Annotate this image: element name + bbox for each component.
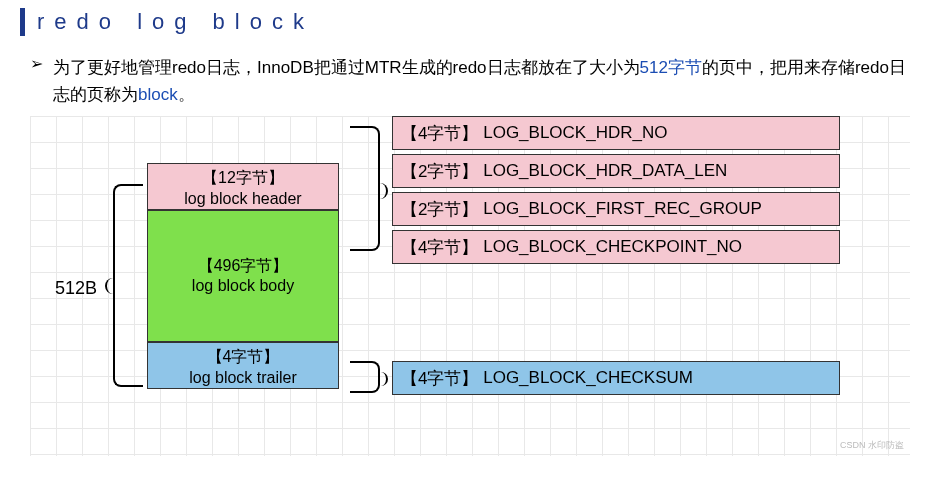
- right-brace-trailer: [350, 361, 380, 393]
- cksum-size: 【4字节】: [401, 367, 478, 390]
- left-brace: [113, 184, 143, 387]
- trailer-name: log block trailer: [150, 368, 336, 389]
- label-512b: 512B: [55, 278, 97, 299]
- f0-size: 【4字节】: [401, 122, 478, 145]
- field-checkpoint-no: 【4字节】 LOG_BLOCK_CHECKPOINT_NO: [392, 230, 840, 264]
- cksum-name: LOG_BLOCK_CHECKSUM: [483, 368, 693, 388]
- content-area: ➢ 为了更好地管理redo日志，InnoDB把通过MTR生成的redo日志都放在…: [0, 44, 939, 456]
- desc-kw-block: block: [138, 85, 178, 104]
- f0-name: LOG_BLOCK_HDR_NO: [483, 123, 667, 143]
- header-size: 【12字节】: [150, 168, 336, 189]
- diagram: 512B 【12字节】 log block header 【496字节】 log…: [30, 116, 910, 456]
- desc-kw-512: 512字节: [640, 58, 702, 77]
- body-name: log block body: [150, 276, 336, 297]
- log-block-header: 【12字节】 log block header: [147, 163, 339, 210]
- watermark: CSDN 水印防盗: [840, 439, 904, 452]
- f2-size: 【2字节】: [401, 198, 478, 221]
- field-first-rec-group: 【2字节】 LOG_BLOCK_FIRST_REC_GROUP: [392, 192, 840, 226]
- body-size: 【496字节】: [150, 256, 336, 277]
- title-accent-bar: [20, 8, 25, 36]
- field-hdr-no: 【4字节】 LOG_BLOCK_HDR_NO: [392, 116, 840, 150]
- desc-t1: 为了更好地管理redo日志，InnoDB把通过MTR生成的redo日志都放在了大…: [53, 58, 640, 77]
- f1-name: LOG_BLOCK_HDR_DATA_LEN: [483, 161, 727, 181]
- description-line: ➢ 为了更好地管理redo日志，InnoDB把通过MTR生成的redo日志都放在…: [30, 54, 909, 108]
- log-block-trailer: 【4字节】 log block trailer: [147, 342, 339, 389]
- log-block-body: 【496字节】 log block body: [147, 210, 339, 342]
- block-stack: 【12字节】 log block header 【496字节】 log bloc…: [147, 163, 339, 389]
- f3-name: LOG_BLOCK_CHECKPOINT_NO: [483, 237, 742, 257]
- header-name: log block header: [150, 189, 336, 210]
- f2-name: LOG_BLOCK_FIRST_REC_GROUP: [483, 199, 762, 219]
- field-hdr-data-len: 【2字节】 LOG_BLOCK_HDR_DATA_LEN: [392, 154, 840, 188]
- f3-size: 【4字节】: [401, 236, 478, 259]
- right-brace-header: [350, 126, 380, 251]
- bullet-icon: ➢: [30, 54, 43, 73]
- title-bar: redo log block: [0, 0, 939, 44]
- field-checksum: 【4字节】 LOG_BLOCK_CHECKSUM: [392, 361, 840, 395]
- f1-size: 【2字节】: [401, 160, 478, 183]
- description-text: 为了更好地管理redo日志，InnoDB把通过MTR生成的redo日志都放在了大…: [53, 54, 909, 108]
- page-title: redo log block: [37, 9, 314, 35]
- trailer-size: 【4字节】: [150, 347, 336, 368]
- header-fields: 【4字节】 LOG_BLOCK_HDR_NO 【2字节】 LOG_BLOCK_H…: [392, 116, 840, 268]
- desc-t5: 。: [178, 85, 195, 104]
